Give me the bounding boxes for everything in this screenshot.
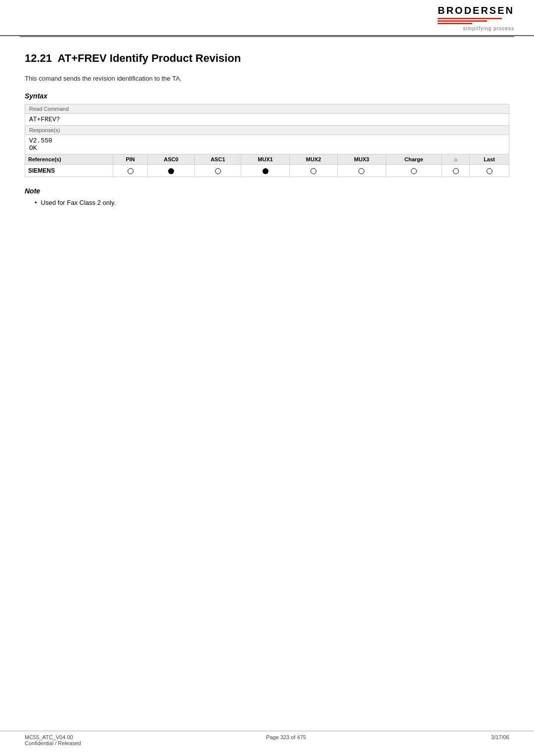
col-asc1: ASC1 (194, 154, 241, 165)
siemens-mux3 (338, 165, 386, 177)
footer-left: MC55_ATC_V04.00 Confidential / Released (25, 734, 81, 746)
references-label-cell: Reference(s) (25, 154, 113, 165)
circle-empty-antenna (453, 168, 459, 174)
page-footer: MC55_ATC_V04.00 Confidential / Released … (0, 731, 534, 746)
responses-label-row: Response(s) (25, 126, 509, 135)
syntax-table: Read Command AT+FREV? Response(s) V2.550… (25, 104, 509, 177)
note-heading: Note (25, 187, 509, 195)
col-pin: PIN (113, 154, 148, 165)
siemens-last (470, 165, 509, 177)
brand-tagline: simplifying process (438, 26, 514, 31)
circle-empty-mux3 (358, 168, 364, 174)
siemens-asc0 (148, 165, 195, 177)
circle-filled-mux1 (263, 168, 268, 174)
footer-page-number: Page 323 of 475 (266, 734, 306, 740)
col-antenna: ⌂ (442, 154, 470, 165)
footer-status: Confidential / Released (25, 740, 81, 746)
note-item-1: • Used for Fax Class 2 only. (35, 199, 509, 206)
responses-value-row: V2.550 OK (25, 135, 509, 154)
siemens-name: SIEMENS (25, 165, 113, 177)
siemens-antenna (442, 165, 470, 177)
syntax-heading: Syntax (25, 92, 509, 100)
note-bullet: • (35, 199, 37, 206)
read-command-value: AT+FREV? (25, 114, 509, 126)
footer-doc-id: MC55_ATC_V04.00 (25, 734, 81, 740)
logo-line-1 (438, 18, 502, 19)
note-text: Used for Fax Class 2 only. (41, 199, 116, 206)
col-mux3: MUX3 (338, 154, 386, 165)
siemens-row: SIEMENS (25, 165, 509, 177)
siemens-pin (113, 165, 148, 177)
read-command-label-row: Read Command (25, 104, 509, 114)
page-title: 12.21 AT+FREV Identify Product Revision (25, 52, 509, 65)
circle-empty-asc1 (215, 168, 221, 174)
siemens-asc1 (194, 165, 241, 177)
col-charge: Charge (386, 154, 442, 165)
read-command-label: Read Command (25, 104, 509, 114)
siemens-mux2 (289, 165, 337, 177)
circle-empty-pin (128, 168, 134, 174)
page-header: BRODERSEN simplifying process (0, 0, 534, 36)
col-mux1: MUX1 (241, 154, 289, 165)
siemens-charge (386, 165, 442, 177)
circle-empty-last (487, 168, 492, 174)
responses-value: V2.550 OK (25, 135, 509, 154)
col-asc0: ASC0 (148, 154, 195, 165)
logo: BRODERSEN simplifying process (438, 5, 514, 31)
references-header-row: Reference(s) PIN ASC0 ASC1 MUX1 MUX2 MUX… (25, 154, 509, 165)
col-mux2: MUX2 (289, 154, 337, 165)
section-description: This comand sends the revision identific… (25, 75, 509, 82)
circle-empty-mux2 (311, 168, 316, 174)
logo-decoration (438, 18, 514, 24)
siemens-mux1 (241, 165, 289, 177)
footer-date: 3/17/06 (491, 734, 509, 740)
circle-empty-charge (411, 168, 417, 174)
responses-label: Response(s) (25, 126, 509, 135)
main-content: 12.21 AT+FREV Identify Product Revision … (0, 37, 534, 221)
logo-line-3 (438, 23, 472, 24)
circle-filled-asc0 (168, 168, 174, 174)
logo-line-2 (438, 20, 487, 22)
read-command-value-row: AT+FREV? (25, 114, 509, 126)
brand-name: BRODERSEN (438, 5, 514, 16)
col-last: Last (470, 154, 509, 165)
